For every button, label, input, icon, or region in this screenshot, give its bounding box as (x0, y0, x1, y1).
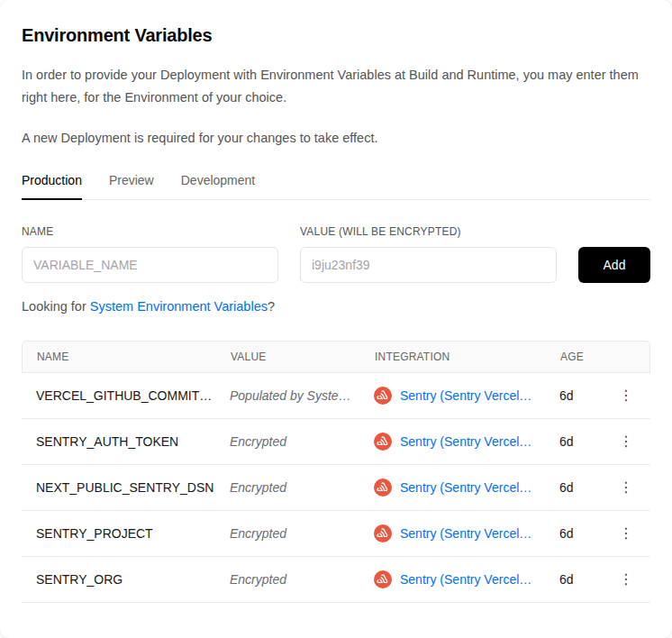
value-field-group: VALUE (WILL BE ENCRYPTED) (300, 225, 557, 283)
variable-age: 6d (559, 388, 613, 403)
sentry-icon (374, 524, 392, 542)
variable-value: Encrypted (230, 526, 374, 541)
variable-age: 6d (559, 480, 613, 495)
add-button[interactable]: Add (578, 247, 650, 283)
table-row: SENTRY_PROJECT Encrypted Sentry (Sentry … (22, 511, 650, 557)
row-menu-button[interactable]: ⋮ (613, 385, 639, 406)
variable-age: 6d (559, 526, 613, 541)
variable-age: 6d (559, 434, 613, 449)
row-menu-button[interactable]: ⋮ (613, 431, 639, 452)
variable-age: 6d (559, 572, 613, 587)
variable-value-input[interactable] (300, 247, 557, 283)
tab-development[interactable]: Development (181, 173, 256, 200)
variable-name: SENTRY_AUTH_TOKEN (36, 434, 230, 449)
variable-value: Encrypted (230, 572, 374, 587)
integration-cell: Sentry (Sentry Vercel… (374, 524, 559, 542)
variable-value: Encrypted (230, 480, 374, 495)
variable-name: SENTRY_PROJECT (36, 526, 230, 541)
table-header-row: NAME VALUE INTEGRATION AGE (22, 341, 650, 373)
integration-link[interactable]: Sentry (Sentry Vercel… (400, 526, 531, 541)
variable-value: Populated by Syste… (230, 388, 374, 403)
row-menu-button[interactable]: ⋮ (613, 477, 639, 498)
environment-variables-panel: Environment Variables In order to provid… (0, 0, 672, 638)
tab-production[interactable]: Production (22, 173, 82, 200)
variable-value: Encrypted (230, 434, 374, 449)
table-row: SENTRY_ORG Encrypted Sentry (Sentry Verc… (22, 557, 650, 603)
environment-tabs: Production Preview Development (22, 173, 650, 200)
row-menu-button[interactable]: ⋮ (613, 523, 639, 544)
tab-preview[interactable]: Preview (109, 173, 154, 200)
system-env-hint: Looking for System Environment Variables… (22, 299, 650, 314)
col-header-integration: INTEGRATION (375, 351, 560, 363)
integration-cell: Sentry (Sentry Vercel… (374, 478, 559, 497)
integration-link[interactable]: Sentry (Sentry Vercel… (400, 434, 531, 449)
col-header-age: AGE (560, 351, 614, 363)
table-row: SENTRY_AUTH_TOKEN Encrypted Sentry (Sent… (22, 419, 650, 465)
sentry-icon (374, 433, 392, 451)
table-row: VERCEL_GITHUB_COMMIT_… Populated by Syst… (22, 373, 650, 419)
description-line-1: In order to provide your Deployment with… (22, 64, 650, 109)
integration-link[interactable]: Sentry (Sentry Vercel… (400, 572, 531, 587)
table-row: NEXT_PUBLIC_SENTRY_DSN Encrypted Sentry … (22, 465, 650, 511)
value-label: VALUE (WILL BE ENCRYPTED) (300, 225, 557, 238)
integration-link[interactable]: Sentry (Sentry Vercel… (400, 388, 531, 403)
col-header-value: VALUE (231, 351, 375, 363)
name-field-group: NAME (22, 225, 278, 283)
sentry-icon (374, 570, 392, 588)
system-env-hint-suffix: ? (268, 299, 275, 314)
variable-name: SENTRY_ORG (36, 572, 230, 587)
integration-cell: Sentry (Sentry Vercel… (374, 387, 559, 405)
integration-link[interactable]: Sentry (Sentry Vercel… (400, 480, 531, 495)
system-env-variables-link[interactable]: System Environment Variables (90, 299, 268, 314)
page-title: Environment Variables (22, 25, 650, 46)
variable-name: NEXT_PUBLIC_SENTRY_DSN (36, 480, 230, 495)
integration-cell: Sentry (Sentry Vercel… (374, 570, 559, 588)
system-env-hint-prefix: Looking for (22, 299, 90, 314)
variables-table: NAME VALUE INTEGRATION AGE VERCEL_GITHUB… (22, 341, 650, 603)
variable-name-input[interactable] (22, 247, 278, 283)
add-variable-form: NAME VALUE (WILL BE ENCRYPTED) Add (22, 225, 650, 283)
row-menu-button[interactable]: ⋮ (613, 569, 639, 590)
sentry-icon (374, 478, 392, 497)
integration-cell: Sentry (Sentry Vercel… (374, 433, 559, 451)
sentry-icon (374, 387, 392, 405)
name-label: NAME (22, 225, 278, 238)
description-line-2: A new Deployment is required for your ch… (22, 127, 650, 150)
variable-name: VERCEL_GITHUB_COMMIT_… (36, 388, 230, 403)
col-header-name: NAME (37, 351, 231, 363)
